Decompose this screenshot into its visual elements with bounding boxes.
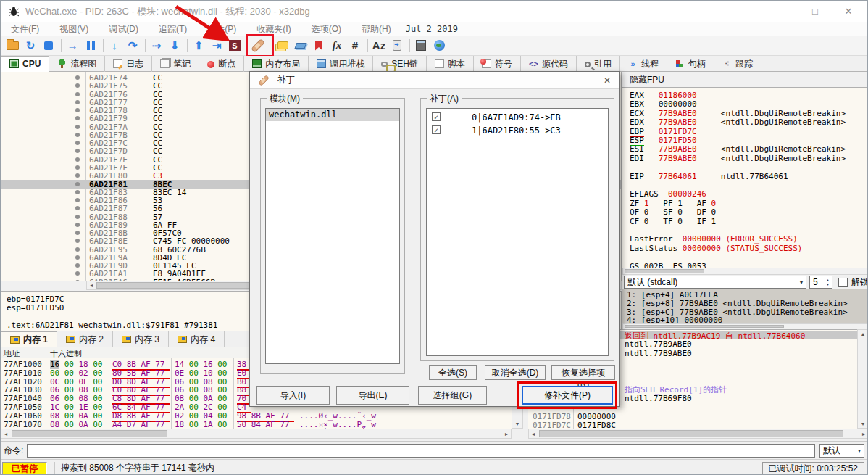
- memory-tab[interactable]: 内存 3: [113, 331, 169, 347]
- run-to-user-code-icon[interactable]: ⇥: [209, 38, 224, 54]
- patch-list-item[interactable]: ✓0|6A7F1AD9:74->EB: [427, 111, 608, 123]
- menu-item-p[interactable]: 插件(P): [197, 24, 246, 34]
- hide-fpu-button[interactable]: 隐藏FPU: [622, 72, 868, 88]
- close-button[interactable]: ✕: [834, 1, 863, 22]
- argument-row[interactable]: 2: [esp+8] 77B9ABE0 <ntdll.DbgUiRemoteBr…: [627, 299, 848, 307]
- calling-convention-select[interactable]: 默认 (stdcall) ▾: [624, 276, 806, 289]
- register-line[interactable]: EIP 77B64061 ntdll.77B64061: [630, 172, 868, 181]
- patch-checkbox[interactable]: ✓: [432, 125, 441, 134]
- help-globe-icon[interactable]: [432, 38, 446, 54]
- open-file-icon[interactable]: [5, 38, 20, 54]
- tab-流程图[interactable]: 流程图: [49, 56, 105, 72]
- run-icon[interactable]: →: [65, 38, 80, 54]
- patch-checkbox[interactable]: ✓: [432, 112, 441, 121]
- tab-调用堆栈[interactable]: 调用堆栈: [309, 56, 373, 72]
- registers-hscrollbar[interactable]: [622, 268, 868, 275]
- step-out-icon[interactable]: ⇓: [167, 38, 182, 54]
- export-button[interactable]: 导出(E): [336, 386, 409, 405]
- restart-icon[interactable]: ↻: [23, 38, 38, 54]
- menu-item-v[interactable]: 视图(V): [49, 24, 99, 34]
- menu-item-o[interactable]: 选项(O): [301, 24, 351, 34]
- patch-list-item[interactable]: ✓1|6AD21F80:55->C3: [427, 124, 608, 136]
- register-line[interactable]: EFLAGS 00000246: [630, 189, 868, 198]
- tab-句柄[interactable]: 句柄: [667, 56, 714, 72]
- argument-row[interactable]: 3: [esp+C] 77B9ABE0 <ntdll.DbgUiRemoteBr…: [627, 307, 848, 316]
- register-line[interactable]: EBP 0171FD7C: [630, 127, 868, 136]
- register-line[interactable]: LastError 00000000 (ERROR_SUCCESS): [630, 234, 868, 243]
- step-into-icon[interactable]: ↓: [107, 38, 122, 54]
- maximize-button[interactable]: □: [801, 1, 830, 22]
- tab-线程[interactable]: »线程: [620, 56, 667, 72]
- tab-内存布局[interactable]: 内存布局: [244, 56, 309, 72]
- arguments-hscrollbar[interactable]: [622, 323, 868, 329]
- comments-icon[interactable]: [275, 38, 290, 54]
- restore-selection-button[interactable]: 恢复选择项(R): [551, 365, 615, 380]
- memory-row[interactable]: 77AF107008000A00A4D7AF7718001A005084AF77…: [1, 420, 512, 429]
- register-line[interactable]: OF 0 SF 0 DF 0: [630, 207, 868, 216]
- memory-tab[interactable]: 内存 4: [169, 331, 225, 347]
- select-all-button[interactable]: 全选(S): [429, 365, 477, 380]
- pause-icon[interactable]: [83, 38, 98, 54]
- register-line[interactable]: [630, 252, 868, 261]
- register-line[interactable]: ZF 1 PF 1 AF 0: [630, 199, 868, 207]
- menu-item-f[interactable]: 文件(F): [1, 24, 49, 34]
- dialog-close-icon[interactable]: ✕: [601, 75, 614, 86]
- memory-tab[interactable]: 内存 2: [57, 331, 113, 347]
- functions-icon[interactable]: fx: [330, 38, 344, 54]
- stack-hscrollbar[interactable]: ◂ ▸: [528, 429, 868, 439]
- step-over-icon[interactable]: ↷: [125, 38, 140, 54]
- memory-row[interactable]: 77AF106008000A00D88BAF7702000400988BAF77…: [1, 411, 512, 420]
- tab-引用[interactable]: 引用: [577, 56, 620, 72]
- register-line[interactable]: EAX 01186000: [630, 91, 868, 99]
- register-line[interactable]: EBX 00000000: [630, 99, 868, 108]
- tab-笔记[interactable]: 笔记: [152, 56, 199, 72]
- command-input[interactable]: [27, 444, 815, 458]
- patch-icon[interactable]: [251, 38, 265, 54]
- call-stack-icon[interactable]: [390, 38, 404, 54]
- register-line[interactable]: LastStatus 00000000 (STATUS_SUCCESS): [630, 244, 868, 252]
- argument-row[interactable]: 1: [esp+4] A0C17EEA: [627, 290, 718, 299]
- menu-item-t[interactable]: 追踪(T): [149, 24, 197, 34]
- register-line[interactable]: GS 002B FS 0053: [630, 262, 868, 268]
- strings-icon[interactable]: Az: [372, 38, 386, 54]
- menu-item-h[interactable]: 帮助(H): [351, 24, 401, 34]
- run-to-cursor-icon[interactable]: ⇢: [149, 38, 164, 54]
- register-line[interactable]: [630, 226, 868, 234]
- unlock-checkbox[interactable]: [838, 278, 848, 287]
- stack-row[interactable]: 0171FD7800000000: [528, 412, 868, 421]
- module-list-item[interactable]: wechatwin.dll: [266, 109, 399, 121]
- register-line[interactable]: [630, 162, 868, 171]
- register-line[interactable]: ESI 77B9ABE0 <ntdll.DbgUiRemoteBreakin>: [630, 144, 868, 153]
- argument-count-stepper[interactable]: 5 ▴▾: [809, 276, 832, 289]
- memory-hscrollbar[interactable]: ◂ ▸: [1, 429, 512, 439]
- select-group-button[interactable]: 选择组(G): [418, 386, 487, 405]
- tab-脚本[interactable]: 脚本: [427, 56, 474, 72]
- stack-vscrollbar[interactable]: ▴ ▾: [857, 329, 868, 429]
- tab-符号[interactable]: 符号: [474, 56, 521, 72]
- register-line[interactable]: EDI 77B9ABE0 <ntdll.DbgUiRemoteBreakin>: [630, 154, 868, 162]
- memory-tab[interactable]: 内存 1: [1, 331, 57, 347]
- deselect-all-button[interactable]: 取消全选(D): [485, 365, 546, 380]
- execute-till-return-icon[interactable]: ⇑: [191, 38, 206, 54]
- labels-icon[interactable]: [293, 38, 308, 54]
- tab-源代码[interactable]: <>源代码: [521, 56, 577, 72]
- tab-断点[interactable]: 断点: [199, 56, 244, 72]
- import-button[interactable]: 导入(I): [256, 386, 330, 405]
- patch-file-button[interactable]: 修补文件(P): [522, 386, 613, 405]
- menu-item-i[interactable]: 收藏夹(I): [246, 24, 301, 34]
- argument-row[interactable]: 4: [esp+10] 00000000: [627, 315, 722, 323]
- tab-seh链[interactable]: SEH链: [373, 56, 427, 72]
- menu-item-d[interactable]: 调试(D): [99, 24, 149, 34]
- register-line[interactable]: [630, 181, 868, 189]
- tab-cpu[interactable]: CPU: [1, 56, 49, 72]
- command-profile-select[interactable]: 默认 ▾: [819, 444, 864, 458]
- calculator-icon[interactable]: [414, 38, 428, 54]
- stepper-badge-icon[interactable]: S: [228, 38, 242, 54]
- stop-icon[interactable]: [41, 38, 56, 54]
- tab-日志[interactable]: 日志: [105, 56, 152, 72]
- bookmarks-icon[interactable]: [312, 38, 326, 54]
- register-line[interactable]: ECX 77B9ABE0 <ntdll.DbgUiRemoteBreakin>: [630, 109, 868, 117]
- register-line[interactable]: EDX 77B9ABE0 <ntdll.DbgUiRemoteBreakin>: [630, 117, 868, 126]
- tab-跟踪[interactable]: ⁖跟踪: [714, 56, 761, 72]
- register-line[interactable]: ESP 0171FD50: [630, 136, 868, 144]
